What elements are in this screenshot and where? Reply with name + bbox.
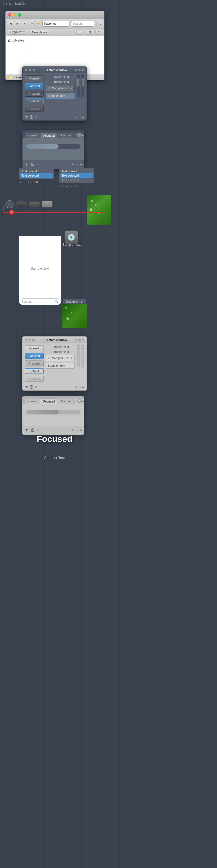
text-toolbar-left: ✓ - − | ○ □ ✕: [19, 179, 54, 185]
text-tb-close[interactable]: ✕: [36, 180, 38, 184]
text-tb-minus[interactable]: −: [25, 180, 27, 184]
new-library-btn[interactable]: New library: [30, 30, 50, 35]
aw-dark-win-btn3[interactable]: [82, 69, 84, 71]
awl-win-btn2[interactable]: [78, 339, 81, 341]
text-normal-right: Text normal: [61, 169, 93, 173]
awl-focused-btn[interactable]: Focused: [25, 353, 44, 359]
aw-dark-icon6[interactable]: ●: [82, 115, 84, 119]
view-tiles-btn[interactable]: ⊞: [86, 30, 93, 35]
tab-focused[interactable]: Focused: [40, 133, 58, 138]
text-tb-square[interactable]: □: [33, 180, 35, 184]
awl-icon4[interactable]: ●: [75, 385, 78, 389]
text-tb-minus-r[interactable]: −: [65, 185, 67, 188]
focused-title: Focused: [22, 434, 87, 444]
aw-dark-icon3[interactable]: ✓: [34, 115, 38, 119]
explorer-max-btn[interactable]: [18, 13, 21, 17]
nav-refresh-btn[interactable]: ↻: [29, 21, 34, 26]
explorer-min-btn[interactable]: [13, 13, 16, 17]
rotary-knob[interactable]: [5, 200, 13, 208]
aw-dark-title: H Active window: [36, 68, 73, 72]
text-tb-close-r[interactable]: ✕: [76, 185, 79, 188]
tab-normal1[interactable]: Normal: [25, 133, 40, 138]
address-bar[interactable]: Favorites: [42, 21, 69, 27]
red-slider-track[interactable]: [4, 212, 104, 213]
toggle-switch[interactable]: [16, 202, 27, 207]
tab-icon2[interactable]: 🖼: [31, 162, 34, 166]
awl-close-btn[interactable]: [25, 339, 27, 341]
text-selected-right[interactable]: Text selected: [61, 173, 93, 178]
tab-light-icon4[interactable]: ○: [76, 428, 78, 432]
awl-icon3[interactable]: ✓: [34, 385, 38, 389]
tab-icon3[interactable]: ✓: [37, 162, 40, 166]
nav-back-btn[interactable]: ◀: [8, 21, 13, 26]
aw-dark-win-btn1[interactable]: [74, 69, 77, 71]
search-btn[interactable]: 🔍: [97, 21, 102, 26]
nav-up-btn[interactable]: ▲: [22, 21, 27, 26]
organize-btn[interactable]: Organize ▾: [8, 30, 27, 35]
aw-dark-default-btn[interactable]: Default: [25, 98, 44, 104]
tab-window-light-close[interactable]: ✕: [77, 399, 82, 403]
text-tb-check[interactable]: ✓: [20, 180, 22, 184]
nav-forward-btn[interactable]: ▶: [15, 21, 20, 26]
awl-icon6[interactable]: ●: [82, 385, 84, 389]
search-bar[interactable]: Search...: [70, 21, 95, 27]
help-btn[interactable]: ?: [95, 30, 102, 35]
tab-icon4[interactable]: ○: [76, 162, 78, 166]
aw-dark-focused-btn[interactable]: Focused: [25, 83, 44, 89]
aw-dark-pressed-btn[interactable]: Pressed: [25, 91, 44, 97]
tab-content-light: [23, 404, 84, 426]
tab-light-icon1[interactable]: ▼: [25, 428, 29, 432]
tab-window-dark-close[interactable]: ✕: [77, 133, 82, 137]
awl-default-btn[interactable]: Default: [25, 368, 44, 374]
aw-dark-min-btn[interactable]: [29, 69, 31, 71]
awl-normal-btn[interactable]: Normal: [25, 345, 44, 351]
text-tb-circle-r[interactable]: ○: [70, 185, 72, 188]
awl-pressed-btn[interactable]: Pressed: [25, 361, 44, 367]
awl-win-btn1[interactable]: [74, 339, 77, 341]
awl-icon2[interactable]: 🖼: [30, 385, 33, 389]
text-section-left: Text normal Text selected ✓ - − | ○ □ ✕: [19, 167, 54, 185]
aw-dark-scrollbar1[interactable]: [77, 75, 80, 97]
aw-dark-max-btn[interactable]: [32, 69, 35, 71]
awl-textbox[interactable]: Sampler Text: [46, 363, 74, 369]
slider-block2[interactable]: [42, 201, 53, 208]
progress-bar-light: [26, 410, 81, 414]
awl-max-btn[interactable]: [32, 339, 35, 341]
tab-light-icon2[interactable]: 🖼: [31, 428, 34, 432]
slider-block1[interactable]: [29, 202, 40, 207]
explorer-close-btn[interactable]: [8, 13, 11, 17]
tab-light-normal2[interactable]: Normal: [58, 399, 73, 404]
aw-dark-body: Normal Focused Pressed Default Disabled …: [23, 73, 87, 114]
tab-dot2: [80, 163, 82, 165]
text-tb-square-r[interactable]: □: [73, 185, 75, 188]
awl-select[interactable]: ☑ Sampler Text ▼: [46, 355, 74, 361]
aw-dark-win-btn2[interactable]: [78, 69, 81, 71]
aw-dark-icon2[interactable]: 🖼: [30, 115, 33, 119]
tab-icon1[interactable]: ▼: [25, 162, 29, 166]
sidebar-item-libraries[interactable]: 🗂 Libraries: [8, 38, 25, 42]
view-details-btn[interactable]: ☰: [76, 30, 84, 35]
tab-normal2[interactable]: Normal: [58, 133, 73, 138]
aw-dark-scrollbar2[interactable]: [81, 75, 84, 97]
text-selected-left[interactable]: Text selected: [20, 173, 53, 178]
tab-light-icon3[interactable]: ✓: [37, 428, 40, 432]
awl-min-btn[interactable]: [29, 339, 31, 341]
awl-win-btn3[interactable]: [82, 339, 84, 341]
aw-dark-icon4[interactable]: ●: [75, 115, 78, 119]
aw-dark-close-btn[interactable]: [25, 69, 27, 71]
aw-dark-select[interactable]: ☑ Sampler Text ▼: [46, 85, 74, 91]
text-tb-check-r[interactable]: ✓: [60, 185, 62, 188]
awl-icon1[interactable]: ▼: [25, 385, 29, 389]
awl-icon5[interactable]: ○: [79, 385, 81, 389]
tab-light-normal1[interactable]: Normal: [25, 399, 40, 404]
aw-dark-normal-btn[interactable]: Normal: [25, 75, 44, 82]
aw-dark-icon5[interactable]: ○: [79, 115, 81, 119]
tab-light-focused[interactable]: Focused: [40, 399, 58, 404]
aw-dark-icon1[interactable]: ▼: [25, 115, 29, 119]
aw-dark-textbox[interactable]: Sampler Text: [46, 93, 74, 99]
awl-scrollbar2[interactable]: [81, 345, 84, 367]
text-tb-circle[interactable]: ○: [30, 180, 32, 184]
awl-scrollbar1[interactable]: [77, 345, 80, 367]
red-slider-knob[interactable]: [9, 210, 14, 215]
search-bar-bottom[interactable]: Search... 🔍: [19, 299, 61, 305]
